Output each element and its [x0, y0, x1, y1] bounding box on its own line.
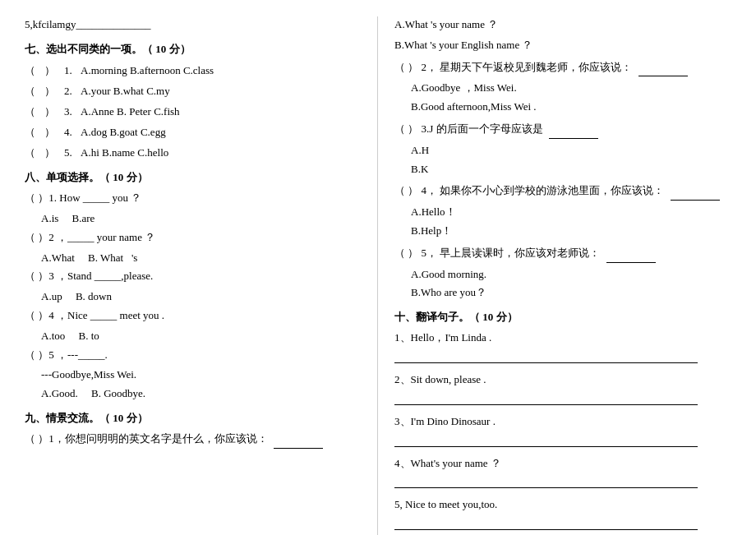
item-text: A.your B.what C.my — [81, 82, 170, 100]
translate-item-4: 4、What's your name ？ — [394, 457, 501, 469]
list-item: （ ） 4. A.dog B.goat C.egg — [25, 123, 361, 141]
item-num: 3. — [64, 103, 81, 121]
q5-text: 早上晨读课时，你应该对老师说： — [440, 247, 600, 259]
choices: A.too B. to — [41, 328, 361, 345]
list-item: （ ）2 ，_____ your name ？ — [25, 229, 361, 247]
bracket: （ — [25, 103, 44, 121]
bracket: （ — [25, 144, 44, 162]
bracket-close: ） — [44, 82, 64, 100]
section-10: 十、翻译句子。（ 10 分） 1、Hello，I'm Linda . 2、Sit… — [394, 310, 731, 530]
list-item: 2、Sit down, please . — [394, 371, 731, 389]
answer-line-3 — [394, 434, 698, 447]
bracket: （ ）5 — [25, 348, 54, 361]
q3-text: 的后面一个字母应该是 — [436, 122, 543, 135]
list-item: 3、I'm Dino Dinosaur . — [394, 413, 731, 431]
bracket: （ — [25, 62, 44, 80]
item-num: 4. — [64, 123, 81, 141]
section9-title: 九、情景交流。（ 10 分） — [25, 411, 361, 426]
q5-num: 5， — [422, 247, 438, 259]
translate-item-2: 2、Sit down, please . — [394, 373, 486, 385]
q3-num: 3.J — [422, 122, 434, 135]
section9-intro: （ ）1，你想问明明的英文名字是什么，你应该说： — [25, 431, 361, 449]
list-item: （ ） 3.J 的后面一个字母应该是 — [394, 121, 731, 139]
bracket-close: ） — [44, 62, 64, 80]
section-7: 七、选出不同类的一项。（ 10 分） （ ） 1. A.morning B.af… — [25, 42, 361, 162]
q4-num: 4， — [422, 184, 438, 196]
answer-line-1 — [394, 350, 698, 363]
q2-option-a: A.Goodbye ，Miss Wei. — [411, 80, 731, 97]
q3-option-a: A.H — [411, 142, 731, 159]
q2-num: 2， — [422, 61, 438, 73]
left-column: 5,kfcilamgy______________ 七、选出不同类的一项。（ 1… — [25, 16, 378, 535]
answer-blank — [606, 245, 656, 263]
section8-title: 八、单项选择。（ 10 分） — [25, 170, 361, 185]
q4-option-b: B.Help！ — [411, 223, 731, 240]
list-item: 4、What's your name ？ — [394, 455, 731, 473]
bracket: （ — [25, 123, 44, 141]
bracket: （ ）3 — [25, 270, 54, 282]
q1-option-a: A.What 's your name ？ — [394, 16, 731, 34]
question-text: ，Nice _____ meet you . — [57, 309, 164, 321]
section-8: 八、单项选择。（ 10 分） （ ）1. How _____ you ？ A.i… — [25, 170, 361, 403]
q4-option-a: A.Hello！ — [411, 204, 731, 221]
q1-option-b: B.What 's your English name ？ — [394, 37, 731, 54]
item5-text: 5,kfcilamgy______________ — [25, 16, 361, 34]
bracket: （ ）4 — [25, 309, 54, 321]
q3-option-b: B.K — [411, 161, 731, 178]
list-item: （ ）5 ，---_____. — [25, 347, 361, 364]
list-item: （ ） 5. A.hi B.name C.hello — [25, 144, 361, 162]
list-item: 5, Nice to meet you,too. — [394, 496, 731, 514]
q5-option-a: A.Good morning. — [411, 266, 731, 284]
list-item: （ ） 1. A.morning B.afternoon C.class — [25, 62, 361, 80]
choices: A.up B. down — [41, 288, 361, 306]
choices: A.Good. B. Goodbye. — [41, 385, 361, 403]
item-num: 2. — [64, 82, 81, 100]
bracket: （ ） — [394, 247, 418, 259]
list-item: （ ）1. How _____ you ？ — [25, 190, 361, 207]
question-text: ，_____ your name ？ — [57, 231, 155, 243]
question-text: ，Stand _____,please. — [57, 270, 153, 282]
bracket: （ ）2 — [25, 231, 54, 243]
q4-text: 如果你不小心到学校的游泳池里面，你应该说： — [440, 184, 664, 196]
answer-line-2 — [394, 392, 698, 405]
q2-text: 星期天下午返校见到魏老师，你应该说： — [440, 61, 632, 73]
answer-blank — [671, 182, 720, 201]
bracket: （ ） — [394, 184, 418, 196]
choices: A.What B. What 's — [41, 250, 361, 267]
answer-line-5 — [394, 517, 698, 530]
section7-title: 七、选出不同类的一项。（ 10 分） — [25, 42, 361, 57]
answer-blank — [549, 121, 598, 139]
choices: A.is B.are — [41, 210, 361, 228]
translate-item-5: 5, Nice to meet you,too. — [394, 498, 497, 510]
translate-item-1: 1、Hello，I'm Linda . — [394, 331, 491, 344]
section-9: 九、情景交流。（ 10 分） （ ）1，你想问明明的英文名字是什么，你应该说： — [25, 411, 361, 449]
q2-option-b: B.Good afternoon,Miss Wei . — [411, 99, 731, 116]
page-container: 5,kfcilamgy______________ 七、选出不同类的一项。（ 1… — [25, 16, 731, 535]
bracket-close: ） — [44, 144, 64, 162]
list-item: （ ） 2， 星期天下午返校见到魏老师，你应该说： — [394, 59, 731, 77]
list-item: （ ）3 ，Stand _____,please. — [25, 268, 361, 285]
question-text: How _____ you ？ — [59, 191, 141, 204]
bracket: （ ）1. — [25, 191, 59, 204]
list-item: （ ） 5， 早上晨读课时，你应该对老师说： — [394, 245, 731, 263]
translate-item-3: 3、I'm Dino Dinosaur . — [394, 415, 496, 427]
list-item: 1、Hello，I'm Linda . — [394, 330, 731, 347]
sub-text: ---Goodbye,Miss Wei. — [41, 367, 361, 384]
list-item: （ ） 4， 如果你不小心到学校的游泳池里面，你应该说： — [394, 182, 731, 201]
answer-blank — [274, 431, 323, 449]
item-5: 5,kfcilamgy______________ — [25, 16, 361, 34]
answer-blank — [638, 59, 688, 77]
list-item: （ ） 2. A.your B.what C.my — [25, 82, 361, 100]
section-9-right: A.What 's your name ？ B.What 's your Eng… — [394, 16, 731, 302]
bracket-close: ） — [44, 123, 64, 141]
item-text: A.Anne B. Peter C.fish — [81, 103, 180, 121]
bracket: （ ） — [394, 61, 418, 73]
bracket: （ — [25, 82, 44, 100]
answer-line-4 — [394, 475, 698, 488]
item-num: 1. — [64, 62, 81, 80]
item-num: 5. — [64, 144, 81, 162]
q5-option-b: B.Who are you？ — [411, 284, 731, 302]
bracket: （ ） — [394, 122, 418, 135]
item-text: A.morning B.afternoon C.class — [81, 62, 214, 80]
list-item: （ ）4 ，Nice _____ meet you . — [25, 307, 361, 325]
